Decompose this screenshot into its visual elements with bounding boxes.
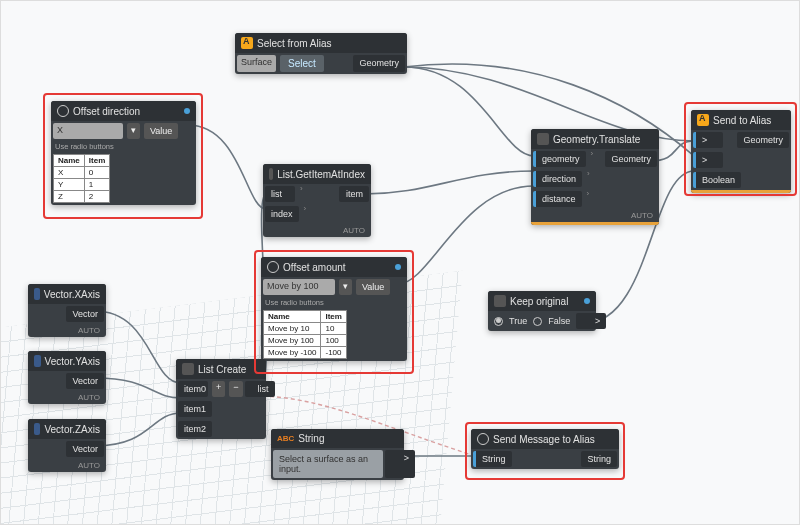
node-vector-yaxis[interactable]: Vector.YAxis Vector AUTO bbox=[28, 351, 106, 404]
out-port-list[interactable]: list bbox=[245, 381, 275, 397]
status-dot-icon bbox=[584, 298, 590, 304]
node-list-get-item-at-index[interactable]: List.GetItemAtIndex list›item index› AUT… bbox=[263, 164, 371, 237]
node-title: Keep original bbox=[510, 296, 568, 307]
node-title: List Create bbox=[198, 364, 246, 375]
list-icon bbox=[182, 363, 194, 375]
lacing-label: AUTO bbox=[28, 324, 106, 337]
node-vector-xaxis[interactable]: Vector.XAxis Vector AUTO bbox=[28, 284, 106, 337]
surface-type-dropdown[interactable]: Surface bbox=[237, 55, 276, 72]
lacing-label: AUTO bbox=[531, 209, 659, 222]
radio-false[interactable] bbox=[533, 317, 542, 326]
node-keep-original[interactable]: Keep original True False > bbox=[488, 291, 596, 331]
axis-icon bbox=[34, 288, 40, 300]
in-port-index[interactable]: index bbox=[265, 206, 299, 222]
node-geometry-translate[interactable]: Geometry.Translate geometry›Geometry dir… bbox=[531, 129, 659, 225]
node-title: Geometry.Translate bbox=[553, 134, 640, 145]
boolean-icon bbox=[494, 295, 506, 307]
out-port-item[interactable]: item bbox=[339, 186, 369, 202]
in-port-item2[interactable]: item2 bbox=[178, 421, 212, 437]
node-title: Select from Alias bbox=[257, 38, 331, 49]
axis-icon bbox=[34, 423, 40, 435]
node-title: Vector.YAxis bbox=[45, 356, 100, 367]
select-button[interactable]: Select bbox=[280, 55, 324, 72]
geometry-icon bbox=[537, 133, 549, 145]
radio-true[interactable] bbox=[494, 317, 503, 326]
node-list-create[interactable]: List Create item0 + − list item1 item2 bbox=[176, 359, 266, 439]
in-port-direction[interactable]: direction bbox=[533, 171, 582, 187]
lacing-label: AUTO bbox=[28, 391, 106, 404]
string-input[interactable]: Select a surface as an input. bbox=[273, 450, 383, 478]
add-input-button[interactable]: + bbox=[212, 381, 225, 397]
out-port[interactable]: > bbox=[385, 450, 415, 478]
out-port-geometry[interactable]: Geometry bbox=[353, 55, 405, 72]
node-vector-zaxis[interactable]: Vector.ZAxis Vector AUTO bbox=[28, 419, 106, 472]
lacing-label: AUTO bbox=[263, 224, 371, 237]
node-string[interactable]: ABCString Select a surface as an input. … bbox=[271, 429, 404, 480]
warning-bar bbox=[531, 222, 659, 225]
out-port-vector[interactable]: Vector bbox=[66, 373, 104, 389]
string-type-icon: ABC bbox=[277, 434, 294, 443]
in-port-distance[interactable]: distance bbox=[533, 191, 582, 207]
in-port-item1[interactable]: item1 bbox=[178, 401, 212, 417]
out-port[interactable]: > bbox=[576, 313, 606, 329]
highlight-box bbox=[684, 102, 797, 196]
out-port-vector[interactable]: Vector bbox=[66, 441, 104, 457]
highlight-box bbox=[254, 250, 414, 374]
out-port-vector[interactable]: Vector bbox=[66, 306, 104, 322]
axis-icon bbox=[34, 355, 41, 367]
in-port-item0[interactable]: item0 bbox=[178, 381, 208, 397]
alias-icon bbox=[241, 37, 253, 49]
node-title: Vector.ZAxis bbox=[44, 424, 100, 435]
node-title: Vector.XAxis bbox=[44, 289, 100, 300]
node-title: List.GetItemAtIndex bbox=[277, 169, 365, 180]
node-title: String bbox=[298, 433, 324, 444]
remove-input-button[interactable]: − bbox=[229, 381, 242, 397]
list-icon bbox=[269, 168, 273, 180]
lacing-label: AUTO bbox=[28, 459, 106, 472]
node-select-from-alias[interactable]: Select from Alias Surface Select Geometr… bbox=[235, 33, 407, 74]
in-port-geometry[interactable]: geometry bbox=[533, 151, 586, 167]
highlight-box bbox=[43, 93, 203, 219]
highlight-box bbox=[465, 422, 625, 480]
out-port-geometry[interactable]: Geometry bbox=[605, 151, 657, 167]
in-port-list[interactable]: list bbox=[265, 186, 295, 202]
